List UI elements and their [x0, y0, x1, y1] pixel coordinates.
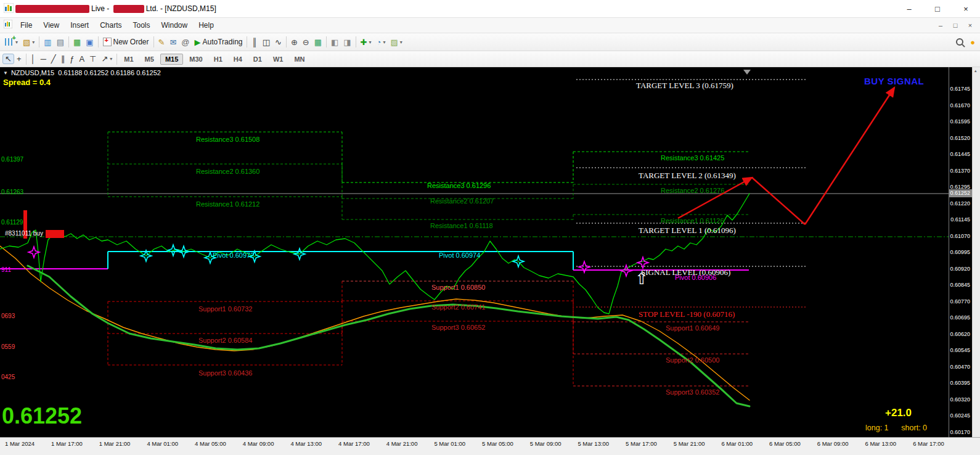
- profiles-button[interactable]: ▧▾: [20, 37, 37, 47]
- zoom-out-button[interactable]: ⊖: [300, 37, 312, 47]
- time-tick: 5 Mar 01:00: [434, 440, 465, 447]
- navigator-button[interactable]: ▦: [71, 37, 83, 47]
- metaeditor-icon: ✎: [158, 38, 165, 46]
- maximize-button[interactable]: □: [923, 0, 952, 17]
- timeframe-mn-button[interactable]: MN: [289, 54, 309, 65]
- new-chart-icon: +: [5, 38, 14, 46]
- child-restore-button[interactable]: □: [948, 22, 963, 29]
- time-tick: 6 Mar 01:00: [721, 440, 753, 447]
- separator: [356, 36, 356, 47]
- chevron-down-icon: ▾: [400, 39, 402, 45]
- trendline-icon: ╱: [51, 55, 56, 63]
- positions-label: long: 1 short: 0: [865, 424, 927, 432]
- chart-label: Support3 0.60352: [666, 389, 719, 396]
- menu-insert[interactable]: Insert: [65, 20, 94, 31]
- price-axis[interactable]: 0.617450.616700.615950.615200.614450.613…: [949, 67, 972, 437]
- price-tick: 0.60395: [950, 380, 970, 386]
- price-tick: 0.61145: [950, 217, 970, 223]
- chart-canvas[interactable]: ⇧ TARGET LEVEL 3 (0.61759)TARGET LEVEL 2…: [0, 67, 949, 437]
- menu-file[interactable]: File: [15, 20, 38, 31]
- child-minimize-button[interactable]: –: [933, 22, 948, 29]
- chart-label: 0693: [1, 313, 15, 319]
- redaction-blob: [15, 5, 89, 13]
- chart-label: Support2 0.60584: [198, 337, 252, 344]
- window-bottom-edge: [0, 449, 980, 455]
- chart-label: TARGET LEVEL 2 (0.61349): [639, 171, 736, 179]
- new-chart-button[interactable]: +▾: [2, 37, 20, 47]
- timeframe-m5-button[interactable]: M5: [140, 54, 159, 65]
- collapse-icon[interactable]: ▼: [3, 70, 8, 76]
- timeframe-w1-button[interactable]: W1: [268, 54, 288, 65]
- new-order-button[interactable]: New Order: [100, 36, 152, 47]
- mailbox-button[interactable]: ✉: [167, 37, 179, 47]
- chart-label: Support1 0.60850: [431, 284, 485, 291]
- time-tick: 1 Mar 21:00: [99, 440, 131, 447]
- market-watch-button[interactable]: ▥: [41, 37, 54, 47]
- channel-button[interactable]: ∥: [59, 54, 68, 64]
- arrows-tool-button[interactable]: ↗▾: [99, 54, 115, 64]
- current-price-tag: 0.61252: [949, 189, 972, 197]
- menu-charts[interactable]: Charts: [94, 20, 127, 31]
- candlestick-chart-button[interactable]: ◫: [260, 37, 272, 47]
- bar-chart-icon: ║: [251, 38, 257, 46]
- cascade-windows-button[interactable]: ◨: [341, 37, 353, 47]
- separator: [116, 54, 117, 65]
- price-tick: 0.61670: [950, 103, 970, 109]
- timeframe-h1-button[interactable]: H1: [209, 54, 227, 65]
- menu-tools[interactable]: Tools: [128, 20, 156, 31]
- line-chart-button[interactable]: ∿: [272, 37, 284, 47]
- price-tick: 0.61070: [950, 234, 970, 239]
- time-axis[interactable]: 1 Mar 20241 Mar 17:001 Mar 21:004 Mar 01…: [0, 438, 949, 449]
- chart-label: 0.61129: [1, 219, 23, 226]
- market-watch-icon: ▥: [44, 38, 51, 46]
- search-button[interactable]: [953, 37, 968, 47]
- horizontal-line-button[interactable]: ─: [38, 54, 49, 64]
- vertical-scrollbar[interactable]: ▴: [972, 67, 980, 437]
- chart-label: Support3 0.60652: [431, 324, 485, 331]
- bar-chart-button[interactable]: ║: [249, 37, 259, 47]
- menu-window[interactable]: Window: [156, 20, 194, 31]
- timeframe-m1-button[interactable]: M1: [119, 54, 138, 65]
- chart-label: Support2 0.60500: [666, 357, 719, 364]
- trendline-button[interactable]: ╱: [49, 54, 59, 64]
- buy-signal-label: BUY SIGNAL: [864, 76, 924, 86]
- navigator-icon: ▦: [73, 38, 81, 46]
- periods-button[interactable]: ◔▾: [374, 37, 388, 47]
- data-window-button[interactable]: ▤: [54, 37, 67, 47]
- timeframe-d1-button[interactable]: D1: [248, 54, 267, 65]
- menu-help[interactable]: Help: [193, 20, 219, 31]
- timeframe-m15-button[interactable]: M15: [160, 54, 183, 65]
- fibonacci-button[interactable]: ƒ: [67, 54, 76, 64]
- vertical-line-button[interactable]: │: [28, 54, 38, 64]
- chart-label: Resistance3 0.61425: [661, 155, 724, 162]
- toolbar-standard: +▾ ▧▾ ▥ ▤ ▦ ▣ New Order ✎ ✉ @ ▶AutoTradi…: [0, 33, 980, 51]
- cursor-button[interactable]: ↖: [2, 54, 14, 64]
- time-tick: 4 Mar 13:00: [290, 440, 322, 447]
- close-button[interactable]: ×: [952, 0, 980, 17]
- tile-windows-button[interactable]: ◧: [329, 37, 341, 47]
- profiles-icon: ▧: [23, 38, 30, 46]
- chevron-down-icon: ▾: [383, 39, 385, 45]
- timeframe-h4-button[interactable]: H4: [229, 54, 247, 65]
- grid-toggle-button[interactable]: ▦: [312, 37, 324, 47]
- text-button[interactable]: A: [76, 54, 87, 64]
- chart-shift-marker: [743, 70, 751, 75]
- text-label-button[interactable]: ⊤: [87, 54, 99, 64]
- scroll-up-icon[interactable]: ▴: [974, 68, 977, 73]
- templates-button[interactable]: ▨▾: [388, 37, 404, 47]
- timeframe-m30-button[interactable]: M30: [184, 54, 207, 65]
- autotrading-button[interactable]: ▶AutoTrading: [192, 36, 245, 47]
- expert-advisors-button[interactable]: @: [179, 37, 192, 47]
- indicators-button[interactable]: ✚▾: [358, 37, 374, 47]
- menu-view[interactable]: View: [38, 20, 65, 31]
- channel-icon: ∥: [61, 55, 65, 63]
- community-button[interactable]: ●: [968, 37, 978, 47]
- chart-label: Support1 0.60732: [198, 306, 252, 313]
- terminal-button[interactable]: ▣: [83, 37, 96, 47]
- minimize-button[interactable]: –: [895, 0, 923, 17]
- metaeditor-button[interactable]: ✎: [156, 37, 168, 47]
- child-close-button[interactable]: ×: [963, 22, 978, 29]
- separator: [68, 36, 69, 47]
- crosshair-button[interactable]: +: [14, 54, 24, 64]
- zoom-in-button[interactable]: ⊕: [288, 37, 300, 47]
